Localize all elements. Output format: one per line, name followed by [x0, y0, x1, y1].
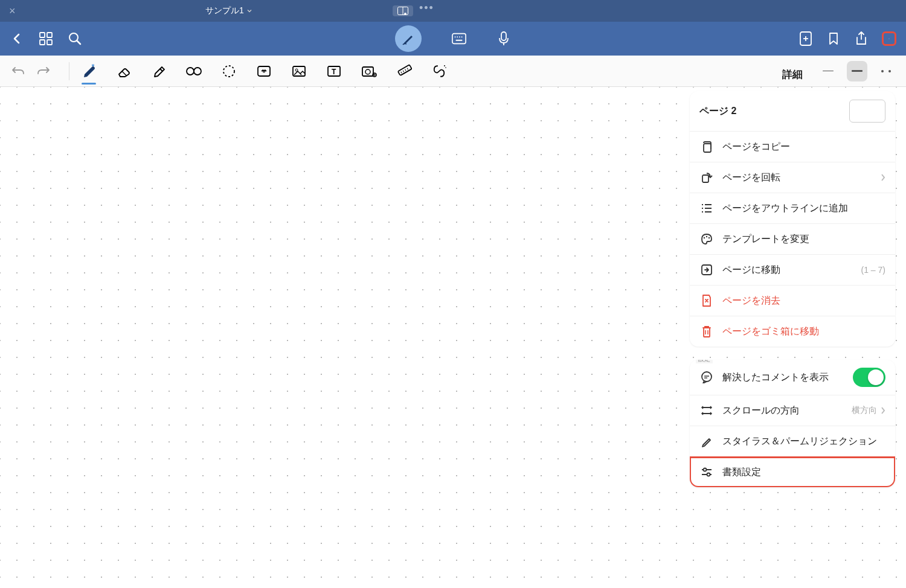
palette-icon — [699, 232, 714, 246]
svg-point-60 — [708, 237, 710, 238]
svg-line-41 — [401, 71, 402, 73]
shape-tool[interactable] — [185, 63, 202, 80]
svg-rect-40 — [398, 65, 412, 75]
settings-section: 設定 解決したコメントを表示 スクロールの方向 横方向 スタイラス＆パームリジェ… — [690, 360, 895, 487]
svg-point-12 — [459, 36, 460, 37]
undo-button[interactable] — [10, 63, 27, 80]
svg-rect-4 — [47, 33, 52, 37]
resolved-comments-row[interactable]: 解決したコメントを表示 — [690, 360, 895, 395]
svg-point-10 — [455, 36, 456, 37]
svg-point-36 — [365, 69, 370, 74]
scroll-value: 横方向 — [852, 405, 877, 416]
svg-rect-51 — [702, 175, 708, 182]
svg-line-44 — [407, 68, 408, 69]
svg-point-26 — [187, 68, 194, 75]
draw-mode-button[interactable] — [395, 25, 422, 52]
svg-point-72 — [707, 473, 710, 476]
svg-line-43 — [405, 69, 406, 71]
svg-point-2 — [404, 13, 406, 15]
stylus-row[interactable]: スタイラス＆パームリジェクション — [690, 426, 895, 457]
svg-text:*: * — [92, 63, 94, 67]
svg-point-59 — [706, 236, 707, 237]
resolved-comments-toggle[interactable] — [853, 368, 885, 387]
more-icon — [888, 37, 890, 40]
clear-page-row[interactable]: ページを消去 — [690, 286, 895, 316]
svg-point-27 — [194, 68, 201, 75]
ruler-tool[interactable] — [396, 63, 413, 80]
svg-point-70 — [704, 468, 707, 471]
search-button[interactable] — [68, 31, 82, 46]
pen-icon — [400, 31, 416, 46]
camera-tool[interactable] — [361, 63, 378, 80]
page-actions-section: ページ 2 ページをコピー ページを回転 ページをアウトラインに追加 — [690, 91, 895, 347]
sticker-tool[interactable] — [255, 63, 272, 80]
microphone-button[interactable] — [496, 31, 511, 46]
split-view-icon — [397, 7, 408, 15]
highlighter-tool[interactable] — [150, 63, 167, 80]
share-button[interactable] — [854, 31, 869, 46]
link-tool[interactable] — [431, 63, 448, 80]
scroll-direction-row[interactable]: スクロールの方向 横方向 — [690, 395, 895, 426]
stylus-icon — [699, 434, 714, 449]
svg-point-47 — [445, 67, 446, 68]
svg-point-11 — [457, 36, 458, 37]
chevron-down-icon — [246, 8, 252, 14]
outline-icon — [699, 201, 714, 216]
rotate-icon — [699, 170, 714, 185]
document-settings-row[interactable]: 書類設定 — [690, 457, 895, 487]
rotate-page-row[interactable]: ページを回転 — [690, 162, 895, 193]
svg-point-46 — [444, 65, 445, 66]
eraser-tool[interactable] — [115, 63, 132, 80]
chevron-right-icon — [881, 173, 885, 182]
svg-point-58 — [704, 237, 705, 238]
svg-rect-6 — [47, 40, 52, 45]
main-toolbar — [0, 22, 906, 56]
copy-icon — [699, 139, 714, 154]
back-button[interactable] — [10, 31, 24, 46]
window-titlebar: × サンプル1 ••• — [0, 0, 906, 22]
svg-rect-3 — [40, 33, 45, 37]
clear-icon — [699, 293, 714, 308]
change-template-row[interactable]: テンプレートを変更 — [690, 224, 895, 255]
svg-rect-15 — [501, 32, 506, 40]
redo-button[interactable] — [35, 63, 52, 80]
svg-rect-14 — [455, 40, 462, 41]
goto-range: (1 – 7) — [861, 265, 885, 275]
page-thumbnail[interactable] — [849, 100, 885, 123]
image-tool[interactable] — [291, 63, 307, 80]
settings-hint: 設定 — [696, 360, 713, 363]
bookmark-button[interactable] — [826, 31, 841, 46]
more-button[interactable] — [882, 31, 896, 46]
svg-point-13 — [461, 36, 463, 37]
popover-title: 詳細 — [690, 59, 895, 91]
copy-page-row[interactable]: ページをコピー — [690, 132, 895, 162]
ellipsis-icon: ••• — [419, 2, 434, 14]
comment-icon — [699, 370, 714, 385]
split-view-button[interactable] — [393, 5, 413, 16]
document-title-text: サンプル1 — [205, 5, 244, 16]
scroll-icon — [699, 403, 714, 418]
svg-point-32 — [295, 69, 298, 71]
chevron-right-icon — [881, 406, 885, 415]
page-label: ページ 2 — [699, 105, 841, 118]
details-popover: 詳細 ページ 2 ページをコピー ページを回転 ページをアウトラインに追加 — [690, 59, 895, 500]
goto-icon — [699, 263, 714, 277]
svg-line-42 — [403, 70, 404, 72]
document-title[interactable]: サンプル1 — [205, 5, 252, 16]
svg-text:T: T — [332, 68, 336, 76]
add-page-button[interactable] — [798, 31, 813, 46]
page-indicator-row: ページ 2 — [690, 91, 895, 132]
thumbnails-button[interactable] — [39, 31, 53, 46]
divider — [69, 62, 69, 80]
keyboard-button[interactable] — [452, 31, 466, 46]
text-tool[interactable]: T — [326, 63, 342, 80]
close-button[interactable]: × — [9, 5, 16, 18]
svg-rect-50 — [704, 144, 711, 152]
pen-tool[interactable]: * — [80, 63, 97, 80]
add-to-outline-row[interactable]: ページをアウトラインに追加 — [690, 193, 895, 224]
svg-rect-5 — [40, 40, 45, 45]
svg-line-25 — [122, 71, 127, 76]
goto-page-row[interactable]: ページに移動 (1 – 7) — [690, 255, 895, 286]
trash-page-row[interactable]: ページをゴミ箱に移動 — [690, 316, 895, 347]
lasso-tool[interactable] — [220, 63, 237, 80]
